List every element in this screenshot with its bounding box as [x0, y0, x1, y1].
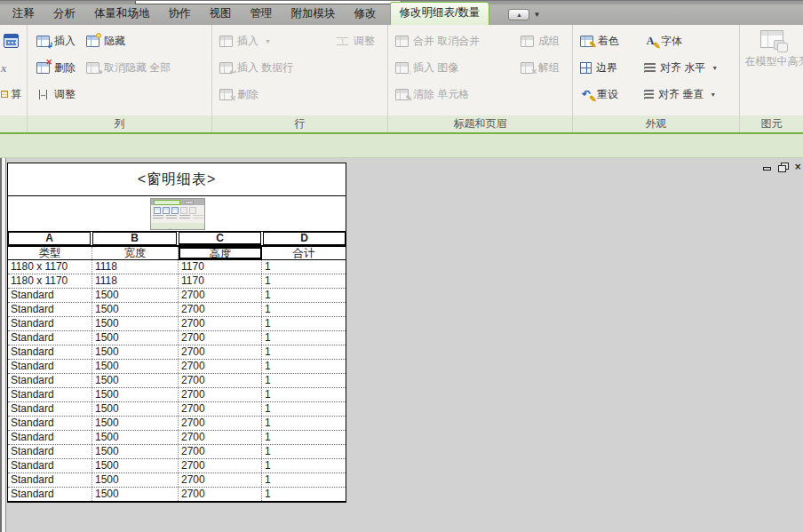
table-cell[interactable]: Standard: [8, 488, 92, 501]
table-cell[interactable]: Standard: [8, 459, 92, 472]
table-cell[interactable]: 1: [262, 388, 346, 401]
table-cell[interactable]: 1500: [92, 374, 179, 387]
table-cell[interactable]: Standard: [8, 374, 92, 387]
table-cell[interactable]: 1: [262, 331, 346, 345]
table-cell[interactable]: Standard: [8, 445, 92, 458]
table-cell[interactable]: 2700: [179, 360, 262, 373]
header-height-selected[interactable]: 高度: [179, 247, 262, 259]
shading-button[interactable]: ✎ 着色: [580, 34, 632, 49]
table-cell[interactable]: Standard: [8, 317, 92, 330]
table-cell[interactable]: 2700: [179, 445, 262, 458]
table-cell[interactable]: 1500: [92, 488, 179, 501]
table-cell[interactable]: 1500: [92, 289, 179, 302]
table-cell[interactable]: 1170: [179, 260, 262, 274]
restore-icon[interactable]: [778, 163, 788, 171]
table-cell[interactable]: 2700: [179, 402, 262, 416]
tab-addins[interactable]: 附加模块: [286, 4, 341, 25]
table-cell[interactable]: 1: [262, 303, 346, 316]
table-cell[interactable]: 1: [262, 289, 346, 302]
table-cell[interactable]: 1: [262, 260, 346, 274]
reset-button[interactable]: ↶✎ 重设: [580, 87, 632, 102]
hide-column-button[interactable]: 隐藏: [86, 34, 125, 49]
table-cell[interactable]: 1500: [92, 303, 179, 316]
align-horizontal-button[interactable]: 对齐 水平 ▼: [644, 60, 718, 75]
tab-view[interactable]: 视图: [204, 4, 237, 25]
tab-analyze[interactable]: 分析: [48, 4, 81, 25]
table-cell[interactable]: 2700: [179, 473, 262, 487]
tab-modify[interactable]: 修改: [349, 4, 382, 25]
table-cell[interactable]: 1: [262, 360, 346, 373]
table-cell[interactable]: Standard: [8, 473, 92, 487]
schedule-title[interactable]: <窗明细表>: [8, 163, 346, 196]
collapse-ribbon-caret-icon[interactable]: ▼: [533, 11, 540, 19]
table-cell[interactable]: 1500: [92, 345, 179, 359]
table-cell[interactable]: 1500: [92, 445, 179, 458]
table-cell[interactable]: 1180 x 1170: [8, 260, 92, 274]
table-cell[interactable]: Standard: [8, 402, 92, 416]
collapse-ribbon-button[interactable]: ▲: [508, 9, 529, 20]
align-vertical-button[interactable]: 对齐 垂直 ▼: [644, 87, 716, 102]
table-cell[interactable]: 1: [262, 445, 346, 458]
table-cell[interactable]: 1: [262, 274, 346, 288]
table-cell[interactable]: 2700: [179, 417, 262, 430]
tab-manage[interactable]: 管理: [245, 4, 278, 25]
close-icon[interactable]: ×: [794, 163, 801, 171]
table-cell[interactable]: Standard: [8, 417, 92, 430]
table-cell[interactable]: 2700: [179, 331, 262, 345]
table-cell[interactable]: 1: [262, 374, 346, 387]
tab-modify-schedule[interactable]: 修改明细表/数量: [390, 2, 490, 25]
tab-massing-site[interactable]: 体量和场地: [89, 4, 155, 25]
table-cell[interactable]: 1170: [179, 274, 262, 288]
table-cell[interactable]: 2700: [179, 431, 262, 444]
calculated-button[interactable]: 算: [1, 87, 21, 102]
table-cell[interactable]: 2700: [179, 303, 262, 316]
table-cell[interactable]: 1500: [92, 459, 179, 472]
table-cell[interactable]: 2700: [179, 488, 262, 501]
table-cell[interactable]: 1: [262, 417, 346, 430]
table-cell[interactable]: Standard: [8, 431, 92, 444]
table-cell[interactable]: 1: [262, 473, 346, 487]
column-letter-a[interactable]: A: [8, 232, 91, 245]
font-button[interactable]: A✎ 字体: [644, 34, 682, 49]
table-cell[interactable]: 1118: [92, 274, 179, 288]
header-type[interactable]: 类型: [8, 247, 92, 259]
table-cell[interactable]: Standard: [8, 360, 92, 373]
table-cell[interactable]: 2700: [179, 459, 262, 472]
table-cell[interactable]: Standard: [8, 388, 92, 401]
embedded-ribbon-screenshot-image[interactable]: 标题和页眉: [150, 198, 205, 230]
table-cell[interactable]: 1: [262, 488, 346, 501]
table-cell[interactable]: 2700: [179, 317, 262, 330]
table-cell[interactable]: 1118: [92, 260, 179, 274]
table-cell[interactable]: 1180 x 1170: [8, 274, 92, 288]
column-letter-c-selected[interactable]: C: [179, 232, 261, 245]
header-width[interactable]: 宽度: [92, 247, 179, 259]
table-cell[interactable]: 1500: [92, 388, 179, 401]
table-cell[interactable]: 1500: [92, 402, 179, 416]
table-cell[interactable]: 2700: [179, 388, 262, 401]
table-cell[interactable]: 1500: [92, 417, 179, 430]
tab-collaborate[interactable]: 协作: [163, 4, 196, 25]
table-cell[interactable]: 1500: [92, 473, 179, 487]
column-letter-d[interactable]: D: [263, 232, 346, 245]
table-cell[interactable]: 1500: [92, 431, 179, 444]
insert-column-button[interactable]: ↲ 插入: [36, 34, 76, 49]
borders-button[interactable]: 边界: [580, 60, 632, 75]
table-cell[interactable]: 1: [262, 317, 346, 330]
table-cell[interactable]: Standard: [8, 303, 92, 316]
table-cell[interactable]: 1: [262, 402, 346, 416]
table-cell[interactable]: 1500: [92, 317, 179, 330]
column-letter-b[interactable]: B: [92, 232, 177, 245]
header-count[interactable]: 合计: [262, 247, 346, 259]
table-cell[interactable]: 1: [262, 431, 346, 444]
table-cell[interactable]: 1: [262, 345, 346, 359]
table-cell[interactable]: Standard: [8, 345, 92, 359]
table-cell[interactable]: Standard: [8, 331, 92, 345]
table-cell[interactable]: 1500: [92, 360, 179, 373]
schedule-image-row[interactable]: 标题和页眉: [8, 196, 346, 232]
tab-annotate[interactable]: 注释: [7, 4, 40, 25]
table-cell[interactable]: 1500: [92, 331, 179, 345]
table-cell[interactable]: 2700: [179, 374, 262, 387]
table-cell[interactable]: Standard: [8, 289, 92, 302]
resize-column-button[interactable]: ↔ 调整: [36, 87, 76, 102]
table-cell[interactable]: 2700: [179, 345, 262, 359]
